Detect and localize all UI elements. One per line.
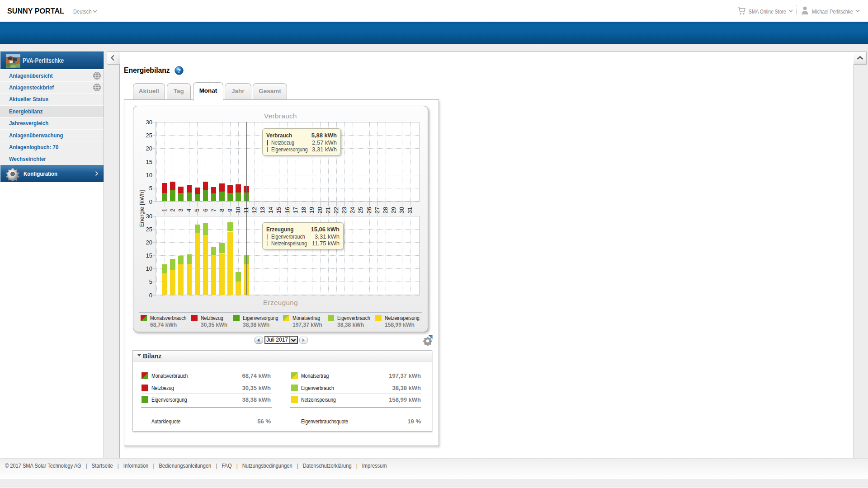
svg-text:?: ? <box>177 67 181 74</box>
